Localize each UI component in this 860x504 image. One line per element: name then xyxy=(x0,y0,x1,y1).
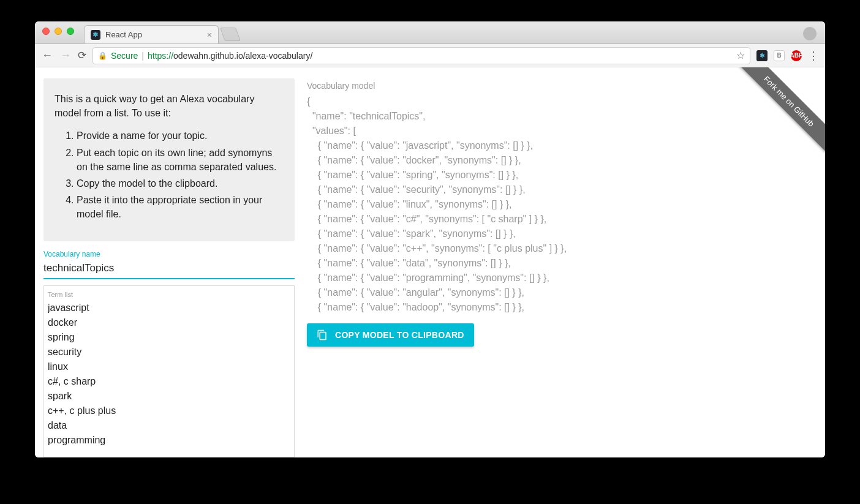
react-devtools-icon[interactable]: ⚛ xyxy=(756,50,768,61)
react-favicon-icon: ⚛ xyxy=(91,30,100,40)
clipboard-icon xyxy=(317,329,328,340)
extension-b-icon[interactable]: B xyxy=(774,50,785,61)
instruction-steps: Provide a name for your topic.Put each t… xyxy=(55,129,284,221)
bookmark-star-icon[interactable]: ☆ xyxy=(736,50,745,61)
address-bar[interactable]: 🔒 Secure | https://odewahn.github.io/ale… xyxy=(92,47,750,64)
adblock-icon[interactable]: ABP xyxy=(791,50,802,61)
url-text: https://odewahn.github.io/alexa-vocabula… xyxy=(148,51,312,61)
output-label: Vocabulary model xyxy=(307,81,817,91)
browser-toolbar: ← → ⟳ 🔒 Secure | https://odewahn.github.… xyxy=(35,44,825,67)
instructions-panel: This is a quick way to get an Alexa voca… xyxy=(43,78,295,241)
instruction-step: Provide a name for your topic. xyxy=(77,129,284,143)
profile-avatar-icon[interactable] xyxy=(803,27,817,40)
tab-title: React App xyxy=(105,30,142,39)
right-column: Vocabulary model { "name": "technicalTop… xyxy=(307,78,817,457)
close-tab-button[interactable]: × xyxy=(207,30,212,40)
copy-to-clipboard-button[interactable]: COPY MODEL TO CLIPBOARD xyxy=(307,323,474,347)
minimize-window-button[interactable] xyxy=(55,28,62,35)
vocabulary-model-output: { "name": "technicalTopics", "values": [… xyxy=(307,94,817,315)
close-window-button[interactable] xyxy=(42,28,50,35)
instruction-step: Copy the model to the clipboard. xyxy=(77,176,284,190)
secure-label: Secure xyxy=(111,51,138,61)
new-tab-button[interactable] xyxy=(220,28,241,41)
instruction-step: Put each topic on its own line; add syno… xyxy=(77,146,284,174)
browser-window: ⚛ React App × ← → ⟳ 🔒 Secure | https://o… xyxy=(35,21,825,457)
page-content: Fork me on GitHub This is a quick way to… xyxy=(35,67,825,457)
term-list-textarea[interactable] xyxy=(48,301,290,454)
instruction-step: Paste it into the appropriate section in… xyxy=(77,193,284,221)
intro-text: This is a quick way to get an Alexa voca… xyxy=(55,92,284,120)
maximize-window-button[interactable] xyxy=(67,28,74,35)
vocab-name-field: Vocabulary name xyxy=(43,250,295,279)
separator: | xyxy=(141,51,144,61)
term-list-label: Term list xyxy=(48,291,290,298)
vocab-name-input[interactable] xyxy=(43,260,295,279)
copy-button-label: COPY MODEL TO CLIPBOARD xyxy=(335,330,464,340)
extension-icons: ⚛ B ABP xyxy=(756,50,802,61)
traffic-lights xyxy=(42,28,74,35)
left-column: This is a quick way to get an Alexa voca… xyxy=(43,78,295,457)
reload-button[interactable]: ⟳ xyxy=(78,49,86,62)
lock-icon: 🔒 xyxy=(98,51,107,60)
forward-button[interactable]: → xyxy=(59,49,72,62)
browser-tab[interactable]: ⚛ React App × xyxy=(84,25,219,43)
term-list-box: Term list xyxy=(43,285,295,458)
back-button[interactable]: ← xyxy=(41,49,53,62)
window-titlebar: ⚛ React App × xyxy=(35,21,825,44)
vocab-name-label: Vocabulary name xyxy=(43,250,295,258)
